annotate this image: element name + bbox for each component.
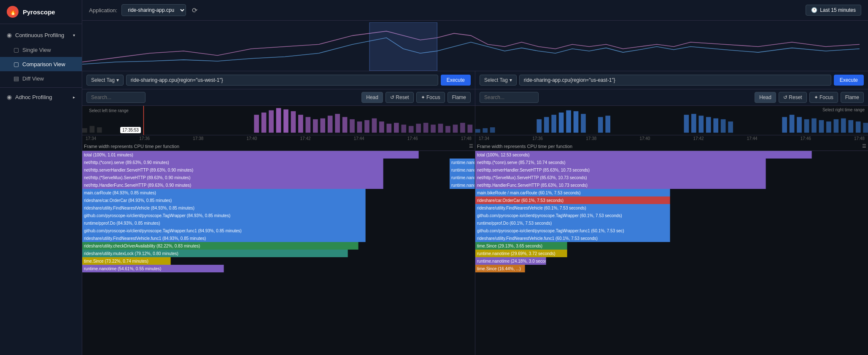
flame-cell[interactable]: runtime.nanotime (24.18%, 3.0 seconds) (475, 257, 546, 265)
flame-row[interactable]: rideshare/utility.FindNearestVehicle (60… (475, 204, 868, 212)
sidebar-item-comparison-view[interactable]: ▢ Comparison View (0, 57, 82, 71)
flame-cell[interactable]: net/http.(*conn).serve (85.71%, 10.74 se… (475, 159, 766, 166)
flame-cell[interactable]: net/http.HandlerFunc.ServeHTTP (89.63%, … (82, 181, 383, 189)
flame-row[interactable]: github.com/pyroscope-io/client/pyroscope… (82, 212, 475, 219)
global-timeline-svg[interactable] (82, 22, 868, 71)
flame-row[interactable]: main.bikeRoute / main.carRoute (60.1%, 7… (475, 189, 868, 196)
flame-cell[interactable]: rideshare/utility.mutexLock (79.12%, 0.8… (82, 250, 348, 257)
right-flame-container[interactable]: total (100%, 12.53 seconds)net/http.(*co… (475, 151, 868, 355)
flame-cell[interactable]: time.Since (16.44%, ...) (475, 265, 525, 272)
svg-rect-58 (811, 118, 817, 133)
left-execute-button[interactable]: Execute (441, 75, 471, 86)
flame-cell[interactable]: runtime/pprof.Do (60.1%, 7.53 seconds) (475, 219, 670, 227)
flame-row[interactable]: rideshare/utility.mutexLock (79.12%, 0.8… (82, 250, 475, 257)
svg-rect-52 (721, 119, 726, 133)
flame-row[interactable]: time.Since (16.44%, ...) (475, 265, 868, 272)
right-query-input[interactable] (519, 75, 831, 86)
left-focus-button[interactable]: ✦ Focus (416, 92, 445, 103)
flame-row[interactable]: net/http.HandlerFunc.ServeHTTP (89.63%, … (82, 181, 475, 189)
flame-row[interactable]: runtime/pprof.Do (60.1%, 7.53 seconds) (475, 219, 868, 227)
right-mini-timeline[interactable] (475, 106, 868, 135)
flame-row[interactable]: github.com/pyroscope-io/client/pyroscope… (475, 227, 868, 234)
left-tag-select[interactable]: Select Tag ▾ (86, 75, 124, 86)
right-reset-button[interactable]: ↺ Reset (779, 92, 807, 103)
flame-row[interactable]: runtime/pprof.Do (84.93%, 0.85 minutes) (82, 219, 475, 227)
flame-row[interactable]: rideshare/utility.checkDriverAvailabilit… (82, 242, 475, 250)
right-search-input[interactable] (480, 92, 539, 103)
flame-row[interactable]: total (100%, 12.53 seconds) (475, 151, 868, 159)
flame-cell[interactable]: runtime.nanotime (29.69%, 3.72 seconds) (475, 250, 567, 257)
flame-cell[interactable]: main.carRoute (84.93%, 0.85 minutes) (82, 189, 366, 196)
flame-row[interactable]: rideshare/utility.FindNearestVehicle.fun… (82, 234, 475, 242)
flame-row[interactable]: time.Since (29.13%, 3.65 seconds) (475, 242, 868, 250)
flame-cell[interactable]: rideshare/car.OrderCar (84.93%, 0.85 min… (82, 196, 366, 204)
flame-cell[interactable]: runtime.nanotime (54.61%, 0.55 minutes) (82, 265, 224, 272)
flame-cell[interactable]: net/http.serverHandler.ServeHTTP (85.63%… (475, 166, 766, 174)
flame-row[interactable]: github.com/pyroscope-io/client/pyroscope… (475, 212, 868, 219)
flame-cell[interactable]: time.Since (29.13%, 3.65 seconds) (475, 242, 567, 250)
flame-row[interactable]: time.Since (73.22%, 0.74 minutes) (82, 257, 475, 265)
left-head-button[interactable]: Head (361, 92, 383, 103)
flame-row[interactable]: runtime.nanotime (29.69%, 3.72 seconds) (475, 250, 868, 257)
flame-cell[interactable]: total (100%, 12.53 seconds) (475, 151, 812, 159)
flame-row[interactable]: total (100%, 1.01 minutes) (82, 151, 475, 159)
flame-cell[interactable]: net/http.(*conn).serve (89.63%, 0.90 min… (82, 159, 383, 166)
left-mini-timeline[interactable]: 17:35:53 (82, 106, 475, 135)
right-execute-button[interactable]: Execute (834, 75, 864, 86)
right-tag-select[interactable]: Select Tag ▾ (480, 75, 517, 86)
flame-row[interactable]: net/http.serverHandler.ServeHTTP (85.63%… (475, 166, 868, 174)
flame-cell[interactable]: time.Since (73.22%, 0.74 minutes) (82, 257, 171, 265)
flame-row[interactable]: runtime.nanotime (24.18%, 3.0 seconds) (475, 257, 868, 265)
flame-cell[interactable]: net/http.(*ServeMux).ServeHTTP (89.63%, … (82, 174, 383, 181)
flame-cell[interactable]: rideshare/utility.FindNearestVehicle.fun… (475, 234, 670, 242)
flame-cell[interactable]: net/http.(*ServeMux).ServeHTTP (85.63%, … (475, 174, 766, 181)
right-head-button[interactable]: Head (755, 92, 776, 103)
left-flame-button[interactable]: Flame (447, 92, 471, 103)
flame-row[interactable]: net/http.HandlerFunc.ServeHTTP (85.63%, … (475, 181, 868, 189)
flame-row[interactable]: rideshare/car.OrderCar (60.1%, 7.53 seco… (475, 196, 868, 204)
flame-cell[interactable]: github.com/pyroscope-io/client/pyroscope… (475, 227, 670, 234)
time-range-button[interactable]: 🕐 Last 15 minutes (806, 5, 861, 16)
flame-cell[interactable]: rideshare/utility.checkDriverAvailabilit… (82, 242, 359, 250)
sidebar-item-label: Comparison View (22, 61, 65, 67)
flame-row[interactable]: github.com/pyroscope-io/client/pyroscope… (82, 227, 475, 234)
flame-cell[interactable]: rideshare/utility.FindNearestVehicle.fun… (82, 234, 366, 242)
flame-cell[interactable]: rideshare/utility.FindNearestVehicle (60… (475, 204, 670, 212)
sidebar-item-continuous-profiling[interactable]: ◉ Continuous Profiling ▾ (0, 27, 82, 43)
flame-cell[interactable]: net/http.serverHandler.ServeHTTP (89.63%… (82, 166, 383, 174)
flame-row[interactable]: net/http.(*ServeMux).ServeHTTP (89.63%, … (82, 174, 475, 181)
sidebar-item-adhoc-profiling[interactable]: ◉ Adhoc Profiling ▸ (0, 89, 82, 105)
left-reset-button[interactable]: ↺ Reset (385, 92, 414, 103)
flame-row[interactable]: net/http.serverHandler.ServeHTTP (89.63%… (82, 166, 475, 174)
flame-row[interactable]: net/http.(*conn).serve (89.63%, 0.90 min… (82, 159, 475, 166)
application-selector[interactable]: ride-sharing-app.cpu (121, 4, 186, 16)
left-flame-menu-icon[interactable]: ☰ (469, 143, 473, 149)
sidebar-item-single-view[interactable]: ▢ Single View (0, 43, 82, 57)
flame-row[interactable]: runtime.nanotime (54.61%, 0.55 minutes) (82, 265, 475, 272)
flame-cell[interactable]: main.bikeRoute / main.carRoute (60.1%, 7… (475, 189, 670, 196)
flame-row[interactable]: main.carRoute (84.93%, 0.85 minutes) (82, 189, 475, 196)
flame-cell[interactable]: github.com/pyroscope-io/client/pyroscope… (82, 227, 366, 234)
left-search-input[interactable] (86, 92, 146, 103)
right-flame-button[interactable]: Flame (841, 92, 864, 103)
flame-cell[interactable]: github.com/pyroscope-io/client/pyroscope… (475, 212, 670, 219)
refresh-button[interactable]: ⟳ (190, 5, 199, 16)
svg-rect-49 (699, 116, 704, 132)
left-flame-container[interactable]: total (100%, 1.01 minutes)net/http.(*con… (82, 151, 475, 355)
flame-cell[interactable]: github.com/pyroscope-io/client/pyroscope… (82, 212, 366, 219)
flame-row[interactable]: rideshare/utility.FindNearestVehicle (84… (82, 204, 475, 212)
left-query-input[interactable] (126, 75, 438, 86)
flame-row[interactable]: rideshare/utility.FindNearestVehicle.fun… (475, 234, 868, 242)
flame-cell[interactable]: rideshare/utility.FindNearestVehicle (84… (82, 204, 366, 212)
flame-cell[interactable]: runtime/pprof.Do (84.93%, 0.85 minutes) (82, 219, 366, 227)
right-focus-button[interactable]: ✦ Focus (809, 92, 838, 103)
flame-cell[interactable]: net/http.HandlerFunc.ServeHTTP (85.63%, … (475, 181, 766, 189)
flame-row[interactable]: rideshare/car.OrderCar (84.93%, 0.85 min… (82, 196, 475, 204)
flame-row[interactable]: net/http.(*ServeMux).ServeHTTP (85.63%, … (475, 174, 868, 181)
flame-row[interactable]: net/http.(*conn).serve (85.71%, 10.74 se… (475, 159, 868, 166)
right-flame-menu-icon[interactable]: ☰ (862, 143, 866, 149)
left-panel: Select Tag ▾ Execute Head ↺ Reset ✦ Focu… (82, 71, 475, 355)
flame-cell[interactable]: total (100%, 1.01 minutes) (82, 151, 419, 159)
sidebar-item-diff-view[interactable]: ▤ Diff View (0, 71, 82, 86)
flame-cell[interactable]: rideshare/car.OrderCar (60.1%, 7.53 seco… (475, 196, 670, 204)
